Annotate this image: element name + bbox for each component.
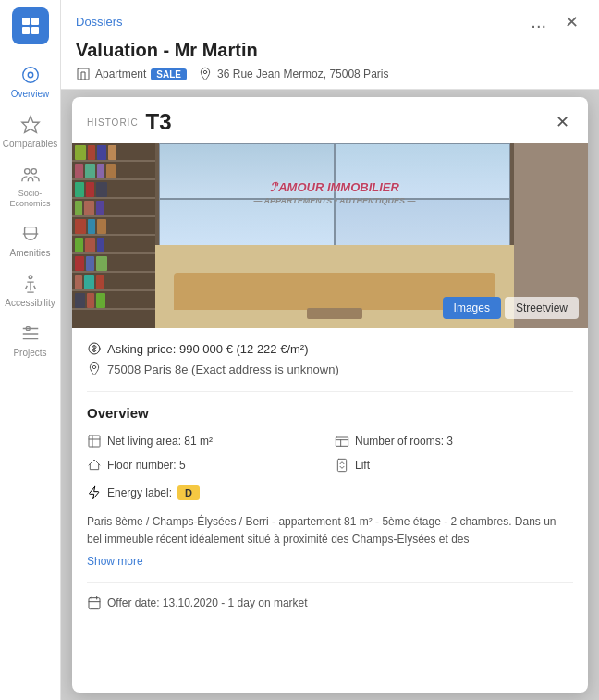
content-area: Dossiers ... ✕ Valuation - Mr Martin Apa… (61, 0, 599, 700)
location-icon (198, 67, 213, 81)
images-tab-button[interactable]: Images (443, 297, 501, 319)
svg-rect-0 (22, 18, 30, 25)
header-actions: ... ✕ (525, 9, 584, 34)
price-icon (87, 341, 102, 356)
map-pin-icon (87, 362, 102, 376)
sidebar-label-accessibility: Accessibility (5, 298, 55, 309)
property-type-label: Apartment (95, 68, 146, 80)
energy-row: Energy label: D (87, 485, 573, 500)
card-title-group: HISTORIC T3 (87, 109, 172, 135)
sidebar-item-overview[interactable]: Overview (0, 55, 60, 105)
sidebar-item-amenities[interactable]: Amenities (0, 215, 60, 264)
property-address: 36 Rue Jean Mermoz, 75008 Paris (198, 67, 388, 81)
sidebar-item-projects[interactable]: Projects (0, 314, 60, 364)
energy-badge: D (177, 485, 200, 500)
spec-lift: Lift (335, 458, 573, 473)
svg-marker-6 (21, 117, 38, 132)
lift-label: Lift (355, 459, 370, 472)
calendar-icon (87, 596, 102, 610)
svg-rect-16 (336, 437, 348, 446)
svg-point-7 (24, 169, 29, 175)
floor-icon (87, 458, 102, 473)
sidebar-label-projects: Projects (13, 348, 46, 359)
page-title: Valuation - Mr Martin (76, 40, 258, 61)
building-icon (76, 67, 91, 81)
svg-rect-15 (89, 436, 100, 447)
property-type: Apartment SALE (76, 67, 187, 81)
app-container: Overview Comparables Socio-Economics (0, 0, 599, 700)
offer-date-row: Offer date: 13.10.2020 - 1 day on market (87, 596, 573, 610)
sidebar-label-amenities: Amenities (10, 248, 51, 259)
breadcrumb-link[interactable]: Dossiers (76, 15, 123, 29)
sidebar-item-accessibility[interactable]: Accessibility (0, 264, 60, 314)
streetview-tab-button[interactable]: Streetview (505, 297, 579, 319)
more-options-button[interactable]: ... (525, 9, 552, 34)
svg-rect-3 (31, 27, 39, 34)
show-more-link[interactable]: Show more (87, 555, 143, 568)
image-tabs: Images Streetview (443, 297, 579, 319)
agency-subtitle: — APPARTEMENTS • AUTHENTIQUES — (253, 196, 415, 205)
svg-point-14 (92, 365, 95, 368)
sidebar: Overview Comparables Socio-Economics (0, 0, 61, 700)
lift-icon (335, 458, 349, 473)
divider-1 (87, 391, 573, 392)
rooms-icon (335, 434, 349, 448)
app-logo[interactable] (12, 7, 49, 44)
svg-rect-11 (78, 68, 89, 80)
coffee-table (307, 308, 362, 319)
sidebar-label-socio-economics: Socio-Economics (9, 189, 50, 209)
sidebar-label-comparables: Comparables (3, 139, 57, 150)
address-row: 75008 Paris 8e (Exact address is unknown… (87, 362, 573, 376)
svg-rect-2 (22, 27, 30, 34)
energy-icon (87, 485, 102, 500)
sidebar-item-comparables[interactable]: Comparables (0, 105, 60, 155)
price-row: Asking price: 990 000 € (12 222 €/m²) (87, 341, 573, 356)
close-header-button[interactable]: ✕ (559, 10, 584, 34)
energy-label: Energy label: (107, 486, 172, 499)
svg-rect-17 (337, 459, 346, 471)
spec-living-area: Net living area: 81 m² (87, 434, 325, 448)
card-header: HISTORIC T3 ✕ (72, 97, 588, 143)
agency-overlay: ℐ'AMOUR IMMOBILIER — APPARTEMENTS • AUTH… (155, 180, 514, 205)
svg-rect-1 (31, 18, 39, 25)
svg-point-5 (28, 72, 33, 78)
sidebar-label-overview: Overview (11, 89, 50, 100)
svg-point-9 (29, 275, 32, 278)
card-close-button[interactable]: ✕ (552, 108, 573, 136)
spec-rooms: Number of rooms: 3 (335, 434, 573, 448)
offer-date-label: Offer date: 13.10.2020 - 1 day on market (107, 596, 308, 609)
agency-name: ℐ'AMOUR IMMOBILIER (270, 180, 399, 194)
svg-point-8 (31, 169, 35, 175)
card-address-label: 75008 Paris 8e (Exact address is unknown… (107, 362, 339, 376)
bookshelf-left (72, 143, 155, 328)
description-text: Paris 8ème / Champs-Élysées / Berri - ap… (87, 513, 573, 548)
rooms-label: Number of rooms: 3 (355, 435, 453, 448)
top-header: Dossiers ... ✕ Valuation - Mr Martin Apa… (61, 0, 599, 90)
area-icon (87, 434, 102, 448)
address-label: 36 Rue Jean Mermoz, 75008 Paris (217, 68, 388, 80)
card-type: T3 (146, 109, 172, 135)
svg-point-12 (203, 70, 206, 73)
property-card: HISTORIC T3 ✕ (72, 97, 588, 693)
svg-rect-18 (89, 598, 100, 609)
price-label: Asking price: 990 000 € (12 222 €/m²) (107, 342, 309, 356)
overview-section-title: Overview (87, 405, 573, 421)
svg-point-4 (22, 68, 38, 83)
spec-floor: Floor number: 5 (87, 458, 325, 473)
floor-label: Floor number: 5 (107, 459, 186, 472)
divider-2 (87, 582, 573, 583)
sale-badge: SALE (151, 68, 187, 80)
main-content: HISTORIC T3 ✕ (61, 90, 599, 700)
property-image: ℐ'AMOUR IMMOBILIER — APPARTEMENTS • AUTH… (72, 143, 588, 328)
property-details: Asking price: 990 000 € (12 222 €/m²) 75… (72, 328, 588, 693)
historic-badge: HISTORIC (87, 117, 139, 128)
sidebar-item-socio-economics[interactable]: Socio-Economics (0, 155, 60, 215)
specs-grid: Net living area: 81 m² Number of rooms: … (87, 434, 573, 473)
living-area-label: Net living area: 81 m² (107, 435, 213, 448)
breadcrumb-row: Dossiers (76, 15, 123, 29)
